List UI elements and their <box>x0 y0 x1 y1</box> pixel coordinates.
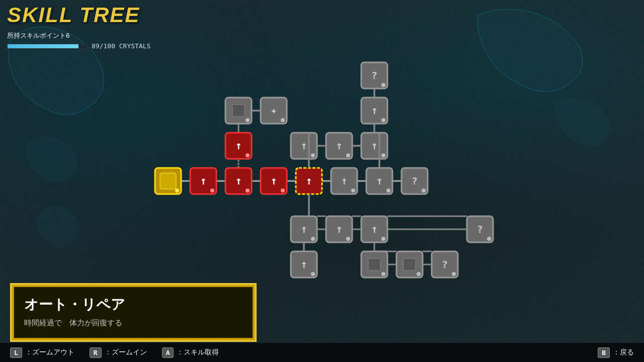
svg-point-45 <box>422 189 426 193</box>
svg-text:↑: ↑ <box>235 139 242 152</box>
svg-text:↑: ↑ <box>336 139 342 152</box>
info-panel: オート・リペア 時間経過で 体力が回復する <box>10 283 257 342</box>
svg-point-42 <box>386 189 390 193</box>
b-button[interactable]: B <box>598 347 610 358</box>
svg-text:↑: ↑ <box>300 223 307 235</box>
svg-point-54 <box>281 118 285 122</box>
zoom-out-control[interactable]: L ：ズームアウト <box>10 347 74 358</box>
svg-point-34 <box>281 189 285 193</box>
svg-point-92 <box>311 272 315 276</box>
svg-point-25 <box>175 189 179 193</box>
svg-point-99 <box>417 272 421 276</box>
page-title: SKILL TREE <box>7 3 140 27</box>
svg-point-39 <box>351 189 355 193</box>
svg-point-86 <box>487 237 491 241</box>
controls-right: B ：戻る <box>598 347 634 358</box>
svg-text:↑: ↑ <box>300 258 307 270</box>
svg-point-102 <box>452 272 456 276</box>
back-control[interactable]: B ：戻る <box>598 347 634 358</box>
skill-points-label: 所持スキルポイント6 <box>7 31 150 40</box>
svg-text:?: ? <box>412 175 418 187</box>
controls-left: L ：ズームアウト R ：ズームイン A ：スキル取得 <box>10 347 219 358</box>
acquire-control[interactable]: A ：スキル取得 <box>162 347 219 358</box>
crystal-bar-fill <box>8 44 78 48</box>
svg-text:✦: ✦ <box>270 104 277 117</box>
svg-point-69 <box>381 118 385 122</box>
zoom-in-control[interactable]: R ：ズームイン <box>90 347 147 358</box>
svg-point-28 <box>210 189 214 193</box>
svg-text:↑: ↑ <box>200 174 206 187</box>
skill-name: オート・リペア <box>24 295 243 314</box>
svg-text:↑: ↑ <box>336 223 342 235</box>
svg-point-77 <box>311 237 315 241</box>
crystal-bar-background <box>7 44 88 49</box>
svg-text:↑: ↑ <box>305 174 312 187</box>
back-label: ：戻る <box>613 348 634 357</box>
header: SKILL TREE <box>7 3 140 27</box>
svg-text:↑: ↑ <box>300 139 307 152</box>
svg-text:?: ? <box>371 69 377 81</box>
svg-rect-95 <box>368 258 380 270</box>
svg-point-64 <box>381 153 385 157</box>
r-button[interactable]: R <box>90 347 102 358</box>
svg-text:↑: ↑ <box>376 174 382 187</box>
svg-point-51 <box>246 118 250 122</box>
zoom-in-label: ：ズームイン <box>105 348 147 357</box>
svg-point-72 <box>381 83 385 87</box>
svg-text:↑: ↑ <box>371 139 377 152</box>
crystal-count: 89/100 CRYSTALS <box>92 42 150 50</box>
svg-text:↑: ↑ <box>235 174 242 187</box>
svg-point-58 <box>311 153 315 157</box>
svg-rect-50 <box>232 105 245 117</box>
svg-point-80 <box>346 237 350 241</box>
zoom-out-label: ：ズームアウト <box>25 348 74 357</box>
svg-text:?: ? <box>477 223 483 235</box>
skill-points-section: 所持スキルポイント6 89/100 CRYSTALS <box>7 31 150 50</box>
svg-point-31 <box>246 189 250 193</box>
svg-text:↑: ↑ <box>371 223 377 235</box>
svg-text:↑: ↑ <box>341 174 347 187</box>
svg-rect-24 <box>160 173 176 189</box>
svg-point-48 <box>246 153 250 157</box>
svg-rect-98 <box>404 258 416 270</box>
l-button[interactable]: L <box>10 347 22 358</box>
svg-point-61 <box>346 153 350 157</box>
crystal-bar-container: 89/100 CRYSTALS <box>7 42 150 50</box>
svg-text:↑: ↑ <box>371 104 377 117</box>
svg-point-96 <box>381 272 385 276</box>
svg-text:?: ? <box>442 258 448 270</box>
info-panel-inner: オート・リペア 時間経過で 体力が回復する <box>13 286 254 339</box>
svg-point-83 <box>381 237 385 241</box>
svg-text:↑: ↑ <box>270 174 277 187</box>
acquire-label: ：スキル取得 <box>177 348 219 357</box>
a-button[interactable]: A <box>162 347 174 358</box>
controls-bar: L ：ズームアウト R ：ズームイン A ：スキル取得 B ：戻る <box>0 343 644 362</box>
skill-description: 時間経過で 体力が回復する <box>24 318 243 328</box>
